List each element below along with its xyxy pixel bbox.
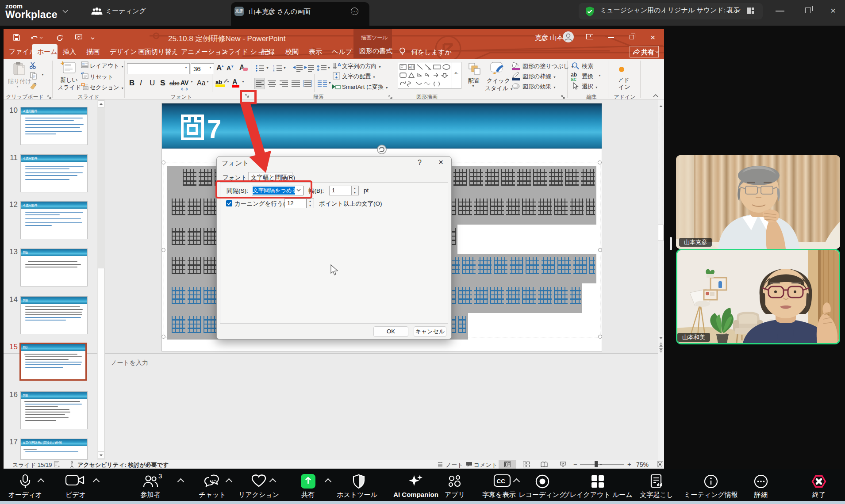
svg-text:A: A [409,65,411,69]
svg-text:CC: CC [497,478,506,485]
svg-text:7: 7 [207,115,221,141]
svg-text:A: A [338,62,341,67]
svg-text:3: 3 [273,70,275,72]
